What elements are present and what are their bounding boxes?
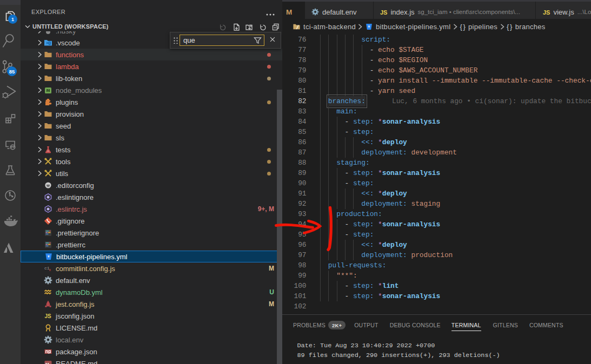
svg-text:JS: JS <box>44 313 51 319</box>
svg-text:x: x <box>49 268 51 272</box>
svg-text:M: M <box>45 362 49 364</box>
